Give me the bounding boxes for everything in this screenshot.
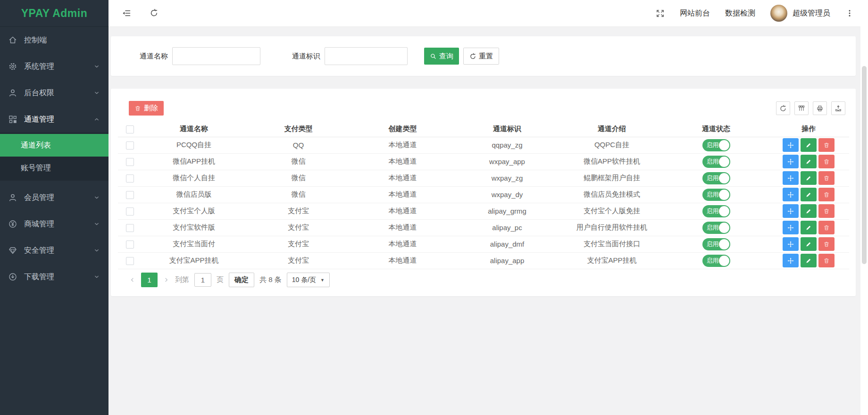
more-menu-icon[interactable] — [845, 9, 854, 17]
move-button[interactable] — [783, 171, 799, 185]
row-checkbox[interactable] — [126, 174, 134, 183]
status-toggle[interactable]: 启用 — [702, 172, 730, 184]
row-checkbox[interactable] — [126, 224, 134, 232]
next-page-icon[interactable] — [163, 276, 170, 283]
sidebar-item-mall-management[interactable]: 商城管理 — [0, 211, 108, 237]
move-button[interactable] — [783, 188, 799, 201]
edit-button[interactable] — [801, 204, 817, 218]
delete-button[interactable] — [818, 254, 835, 267]
move-button[interactable] — [783, 138, 799, 152]
edit-button[interactable] — [801, 155, 817, 168]
edit-button[interactable] — [801, 254, 817, 267]
edit-button[interactable] — [801, 221, 817, 234]
user-icon — [8, 193, 17, 202]
status-toggle[interactable]: 启用 — [702, 139, 730, 151]
move-button[interactable] — [783, 221, 799, 234]
status-toggle[interactable]: 启用 — [702, 205, 730, 217]
search-icon — [430, 53, 437, 60]
refresh-page-icon[interactable] — [150, 8, 159, 17]
page-size-select[interactable]: 10 条/页 ▼ — [287, 273, 330, 287]
cell-intro: 支付宝个人版免挂 — [559, 203, 664, 219]
edit-button[interactable] — [801, 237, 817, 251]
scrollbar-thumb[interactable] — [862, 66, 867, 264]
trash-icon — [823, 142, 830, 149]
row-checkbox[interactable] — [126, 141, 134, 149]
cell-pay-type: 支付宝 — [246, 252, 351, 269]
table-print-button[interactable] — [813, 101, 827, 115]
status-toggle[interactable]: 启用 — [702, 189, 730, 201]
sidebar-item-system[interactable]: 系统管理 — [0, 53, 108, 80]
cell-identifier: alipay_app — [455, 252, 559, 269]
move-button[interactable] — [783, 155, 799, 168]
sidebar-item-download-management[interactable]: 下载管理 — [0, 264, 108, 290]
jump-page-input[interactable] — [194, 273, 211, 287]
table-export-button[interactable] — [831, 101, 845, 115]
row-checkbox[interactable] — [126, 208, 134, 216]
cell-intro: 用户自行使用软件挂机 — [559, 219, 664, 236]
status-toggle[interactable]: 启用 — [702, 156, 730, 168]
move-icon — [787, 208, 794, 215]
row-checkbox[interactable] — [126, 158, 134, 166]
nav-data-monitor[interactable]: 数据检测 — [725, 8, 755, 18]
move-button[interactable] — [783, 237, 799, 251]
collapse-sidebar-icon[interactable] — [122, 8, 131, 18]
cell-name: 微信个人自挂 — [142, 170, 246, 186]
edit-button[interactable] — [801, 138, 817, 152]
pencil-icon — [805, 257, 812, 264]
sidebar-item-account-management[interactable]: 账号管理 — [0, 157, 108, 179]
sidebar-item-backend-permission[interactable]: 后台权限 — [0, 80, 108, 106]
fullscreen-icon[interactable] — [656, 9, 665, 18]
prev-page-icon[interactable] — [129, 276, 136, 283]
channel-name-input[interactable] — [172, 47, 260, 65]
avatar — [770, 5, 787, 22]
reset-button[interactable]: 重置 — [463, 48, 499, 65]
trash-icon — [823, 158, 830, 165]
delete-button[interactable] — [818, 221, 835, 234]
status-toggle[interactable]: 启用 — [702, 238, 730, 250]
delete-button[interactable] — [818, 188, 835, 201]
cell-intro: 支付宝当面付接口 — [559, 236, 664, 252]
delete-button[interactable] — [818, 204, 835, 218]
cell-create-type: 本地通道 — [351, 153, 455, 170]
delete-button[interactable] — [818, 155, 835, 168]
page-scrollbar[interactable] — [860, 0, 868, 415]
delete-button[interactable] — [818, 138, 835, 152]
jump-confirm-button[interactable]: 确定 — [229, 273, 254, 287]
channel-name-label: 通道名称 — [140, 52, 168, 61]
cell-create-type: 本地通道 — [351, 203, 455, 219]
status-toggle[interactable]: 启用 — [702, 222, 730, 234]
user-menu[interactable]: 超级管理员 — [770, 5, 830, 22]
channel-id-input[interactable] — [325, 47, 408, 65]
current-page-button[interactable]: 1 — [141, 273, 158, 287]
sidebar-item-channel-list[interactable]: 通道列表 — [0, 134, 108, 157]
sidebar-item-member-management[interactable]: 会员管理 — [0, 184, 108, 211]
select-all-checkbox[interactable] — [126, 125, 134, 133]
move-button[interactable] — [783, 204, 799, 218]
table-columns-button[interactable] — [794, 101, 809, 115]
refresh-icon — [469, 53, 476, 60]
col-header-create-type: 创建类型 — [351, 121, 455, 137]
username: 超级管理员 — [793, 8, 830, 18]
move-button[interactable] — [783, 254, 799, 267]
edit-button[interactable] — [801, 171, 817, 185]
trash-icon — [823, 191, 830, 198]
edit-button[interactable] — [801, 188, 817, 201]
nav-site-front[interactable]: 网站前台 — [680, 8, 710, 18]
batch-delete-button[interactable]: 删除 — [129, 101, 164, 116]
table-refresh-button[interactable] — [776, 101, 790, 115]
cell-identifier: alipay_grmg — [455, 203, 559, 219]
status-toggle[interactable]: 启用 — [702, 255, 730, 267]
sidebar-item-channel-management[interactable]: 通道管理 — [0, 106, 108, 133]
row-checkbox[interactable] — [126, 191, 134, 199]
sidebar-item-console[interactable]: 控制端 — [0, 27, 108, 53]
row-checkbox[interactable] — [126, 241, 134, 249]
delete-button[interactable] — [818, 237, 835, 251]
row-checkbox[interactable] — [126, 257, 134, 265]
cell-intro: 支付宝APP挂机 — [559, 252, 664, 269]
sidebar-item-label: 安全管理 — [24, 246, 54, 256]
pencil-icon — [805, 208, 812, 215]
delete-button[interactable] — [818, 171, 835, 185]
sidebar-item-security-management[interactable]: 安全管理 — [0, 237, 108, 264]
query-button[interactable]: 查询 — [424, 48, 459, 65]
shield-icon — [8, 246, 17, 255]
